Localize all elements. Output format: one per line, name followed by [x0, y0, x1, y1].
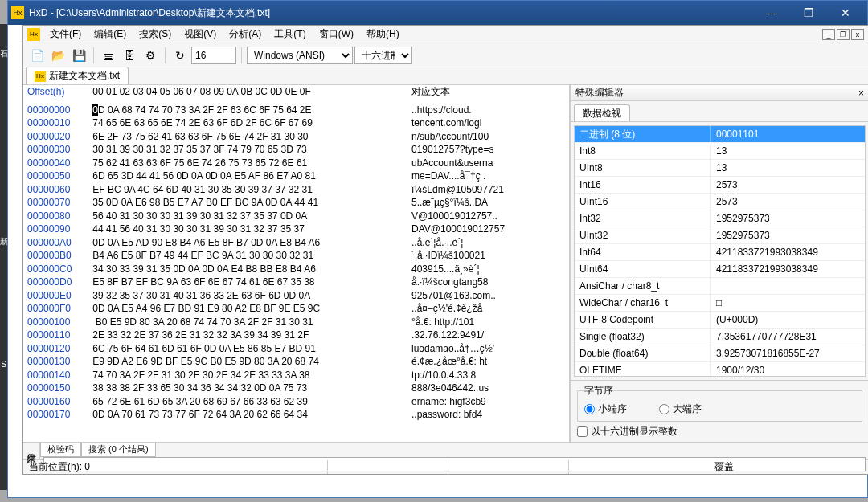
hex-row[interactable]: 00000150 38 38 38 2F 33 65 30 34 36 34 3…	[27, 382, 564, 395]
tab-search-results[interactable]: 搜索 (0 个结果)	[81, 443, 156, 457]
ram-button[interactable]: 🗄	[120, 46, 139, 65]
hex-row[interactable]: 00000020 6E 2F 73 75 62 41 63 63 6F 75 6…	[27, 130, 564, 144]
hex-row[interactable]: 000000F0 0D 0A E5 A4 96 E7 BD 91 E9 80 A…	[27, 302, 564, 316]
save-button[interactable]: 💾	[69, 46, 88, 65]
inspector-list[interactable]: 二进制 (8 位)00001101Int813UInt813Int162573U…	[574, 125, 866, 377]
hex-row[interactable]: 00000160 65 72 6E 61 6D 65 3A 20 68 69 6…	[27, 395, 564, 409]
mdi-restore-button[interactable]: ❐	[837, 29, 850, 40]
window-title: HxD - [C:\Users\Administrator\Desktop\新建…	[29, 6, 753, 20]
document-tab[interactable]: Hx 新建文本文档.txt	[26, 67, 129, 84]
bg-char: S	[0, 360, 7, 369]
inspector-title: 特殊编辑器	[575, 86, 858, 100]
tab-checksum[interactable]: 校验码	[40, 443, 81, 457]
menu-help[interactable]: 帮助(H)	[360, 26, 406, 43]
hex-row[interactable]: 000000B0 B4 A6 E5 8F B7 49 44 EF BC 9A 3…	[27, 249, 564, 263]
hex-row[interactable]: 00000090 44 41 56 40 31 30 30 30 31 39 3…	[27, 222, 564, 236]
toolbar: 📄 📂 💾 🖴 🗄 ⚙ ↻ Windows (ANSI) 十六进制	[23, 43, 868, 67]
maximize-button[interactable]: ❐	[790, 2, 827, 24]
bottom-panel: 结果 × 校验码 搜索 (0 个结果)	[23, 442, 868, 459]
hex-row[interactable]: 00000140 74 70 3A 2F 2F 31 30 2E 30 2E 3…	[27, 369, 564, 382]
hex-row[interactable]: 00000060 EF BC 9A 4C 64 6D 40 31 30 35 3…	[27, 183, 564, 197]
window-titlebar[interactable]: Hx HxD - [C:\Users\Administrator\Desktop…	[8, 1, 867, 25]
inspector-row[interactable]: Int644211833721993038349	[575, 244, 865, 261]
inspector-row[interactable]: UInt644211833721993038349	[575, 261, 865, 278]
hex-row[interactable]: 000000C0 34 30 33 39 31 35 0D 0A 0D 0A E…	[27, 263, 564, 276]
process-button[interactable]: ⚙	[141, 46, 160, 65]
inspector-row[interactable]: Int162573	[575, 177, 865, 194]
menu-analysis[interactable]: 分析(A)	[223, 26, 268, 43]
encoding-select[interactable]: Windows (ANSI)	[247, 47, 353, 64]
menu-window[interactable]: 窗口(W)	[313, 26, 360, 43]
bg-char: 新	[0, 236, 7, 247]
menu-search[interactable]: 搜索(S)	[133, 26, 178, 43]
bg-char: 石	[0, 48, 7, 59]
inspector-row[interactable]: UTF-8 Codepoint(U+000D)	[575, 312, 865, 329]
hex-row[interactable]: 00000080 56 40 31 30 30 30 31 39 30 31 3…	[27, 210, 564, 223]
app-icon: Hx	[11, 6, 24, 19]
inspector-row[interactable]: UInt162573	[575, 194, 865, 210]
hex-row[interactable]: 000000E0 39 32 35 37 30 31 40 31 36 33 2…	[27, 289, 564, 303]
hex-row[interactable]: 00000100 B0 E5 9D 80 3A 20 68 74 74 70 3…	[27, 316, 564, 329]
mdi-minimize-button[interactable]: _	[822, 29, 835, 40]
new-button[interactable]: 📄	[27, 46, 47, 65]
radio-little-endian[interactable]: 小端序	[584, 402, 627, 416]
radio-big-endian[interactable]: 大端序	[659, 402, 702, 416]
inspector-row[interactable]: Double (float64)3.92573071816855E-27	[575, 345, 865, 362]
inspector-row[interactable]: 二进制 (8 位)00001101	[575, 126, 865, 143]
base-select[interactable]: 十六进制	[354, 47, 412, 64]
inspector-row[interactable]: Int321952975373	[575, 210, 865, 227]
inspector-row[interactable]: UInt813	[575, 160, 865, 177]
hex-row[interactable]: 00000010 74 65 6E 63 65 6E 74 2E 63 6F 6…	[27, 116, 564, 130]
menu-file[interactable]: 文件(F)	[43, 26, 88, 43]
menu-edit[interactable]: 编辑(E)	[88, 26, 133, 43]
status-position: 当前位置(h): 0	[23, 460, 328, 474]
bottom-side-label: 结果 ×	[23, 443, 40, 459]
inspector-panel: 特殊编辑器 × 数据检视 二进制 (8 位)00001101Int813UInt…	[570, 85, 868, 442]
open-button[interactable]: 📂	[48, 46, 68, 65]
checkbox-hex-integers[interactable]: 以十六进制显示整数	[577, 425, 862, 439]
hex-row[interactable]: 00000040 75 62 41 63 63 6F 75 6E 74 26 7…	[27, 157, 564, 170]
hex-row[interactable]: 00000030 30 31 39 30 31 32 37 35 37 3F 7…	[27, 143, 564, 157]
doc-icon: Hx	[35, 71, 46, 82]
inspector-row[interactable]: Int813	[575, 143, 865, 160]
inspector-tab-data[interactable]: 数据检视	[574, 104, 630, 121]
mdi-icon: Hx	[27, 28, 40, 41]
inspector-close-icon[interactable]: ×	[858, 88, 864, 99]
hex-row[interactable]: 000000D0 E5 8F B7 EF BC 9A 63 6F 6E 67 7…	[27, 275, 564, 289]
hex-row[interactable]: 00000170 0D 0A 70 61 73 73 77 6F 72 64 3…	[27, 408, 564, 422]
hex-row[interactable]: 000000A0 0D 0A E5 AD 90 E8 B4 A6 E5 8F B…	[27, 236, 564, 250]
document-tabbar: Hx 新建文本文档.txt	[23, 67, 868, 85]
hex-row[interactable]: 00000130 E9 9D A2 E6 9D BF E5 9C B0 E5 9…	[27, 355, 564, 369]
disk-button[interactable]: 🖴	[99, 46, 118, 65]
inspector-row[interactable]: OLETIME1900/12/30	[575, 362, 865, 377]
hex-row[interactable]: 00000000 0D 0A 68 74 74 70 73 3A 2F 2F 6…	[27, 104, 564, 117]
bytes-per-row-input[interactable]	[191, 47, 236, 64]
hex-row[interactable]: 00000110 2E 33 32 2E 37 36 2E 31 32 32 3…	[27, 329, 564, 342]
refresh-button[interactable]: ↻	[170, 46, 190, 65]
inspector-row[interactable]: WideChar / char16_t□	[575, 295, 865, 312]
inspector-row[interactable]: Single (float32)7.35361770777728E31	[575, 329, 865, 345]
menu-view[interactable]: 视图(V)	[178, 26, 223, 43]
byteorder-legend: 字节序	[584, 384, 613, 398]
status-bar: 当前位置(h): 0 覆盖	[23, 459, 868, 474]
menu-bar: Hx 文件(F) 编辑(E) 搜索(S) 视图(V) 分析(A) 工具(T) 窗…	[23, 26, 868, 43]
minimize-button[interactable]: —	[753, 2, 790, 24]
hex-row[interactable]: 00000050 6D 65 3D 44 41 56 0D 0A 0D 0A E…	[27, 169, 564, 183]
hex-row[interactable]: 00000120 6C 75 6F 64 61 6D 61 6F 0D 0A E…	[27, 342, 564, 356]
status-overwrite: 覆盖	[708, 460, 868, 474]
inspector-row[interactable]: UInt321952975373	[575, 227, 865, 244]
close-button[interactable]: ✕	[827, 2, 864, 24]
mdi-close-button[interactable]: x	[851, 29, 864, 40]
hex-row[interactable]: 00000070 35 0D 0A E6 98 B5 E7 A7 B0 EF B…	[27, 196, 564, 210]
inspector-row[interactable]: AnsiChar / char8_t	[575, 278, 865, 295]
menu-tools[interactable]: 工具(T)	[268, 26, 312, 43]
document-tab-label: 新建文本文档.txt	[49, 69, 120, 83]
hex-editor-pane[interactable]: Offset(h) 00 01 02 03 04 05 06 07 08 09 …	[23, 85, 570, 442]
